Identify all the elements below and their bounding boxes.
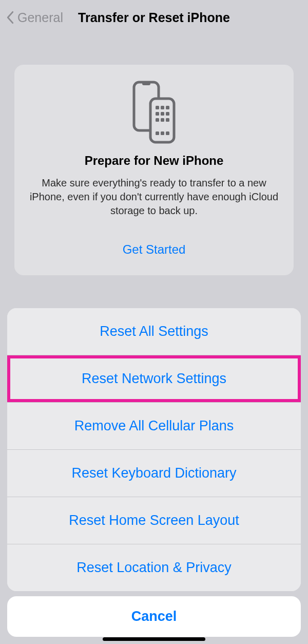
svg-rect-8 — [166, 112, 169, 116]
svg-rect-3 — [156, 106, 159, 109]
sheet-option-remove-cellular-plans[interactable]: Remove All Cellular Plans — [7, 403, 301, 450]
back-button[interactable]: General — [6, 10, 63, 25]
home-indicator[interactable] — [103, 637, 205, 641]
card-title: Prepare for New iPhone — [27, 154, 281, 168]
svg-rect-6 — [156, 112, 159, 116]
svg-rect-11 — [166, 118, 169, 122]
two-phones-icon — [131, 80, 177, 144]
sheet-option-reset-network-settings[interactable]: Reset Network Settings — [7, 355, 301, 403]
svg-rect-14 — [166, 131, 169, 135]
cancel-button[interactable]: Cancel — [7, 596, 301, 637]
svg-rect-10 — [161, 118, 164, 122]
back-label: General — [17, 10, 63, 25]
chevron-left-icon — [6, 11, 14, 24]
page-title: Transfer or Reset iPhone — [78, 10, 230, 25]
svg-rect-13 — [161, 131, 164, 135]
svg-rect-12 — [156, 131, 159, 135]
sheet-option-reset-location-privacy[interactable]: Reset Location & Privacy — [7, 544, 301, 591]
action-sheet-overlay: Reset All Settings Reset Network Setting… — [0, 308, 308, 644]
svg-rect-5 — [166, 106, 169, 109]
svg-rect-4 — [161, 106, 164, 109]
sheet-option-reset-keyboard-dictionary[interactable]: Reset Keyboard Dictionary — [7, 450, 301, 497]
get-started-button[interactable]: Get Started — [27, 242, 281, 257]
nav-bar: General Transfer or Reset iPhone — [0, 0, 308, 35]
sheet-option-label: Reset Network Settings — [82, 371, 226, 386]
sheet-option-reset-all-settings[interactable]: Reset All Settings — [7, 308, 301, 355]
svg-rect-9 — [156, 118, 159, 122]
sheet-option-reset-home-screen-layout[interactable]: Reset Home Screen Layout — [7, 497, 301, 544]
svg-rect-1 — [142, 82, 150, 85]
action-sheet: Reset All Settings Reset Network Setting… — [7, 308, 301, 591]
prepare-card: Prepare for New iPhone Make sure everyth… — [14, 65, 294, 275]
card-description: Make sure everything's ready to transfer… — [27, 176, 281, 218]
svg-rect-7 — [161, 112, 164, 116]
